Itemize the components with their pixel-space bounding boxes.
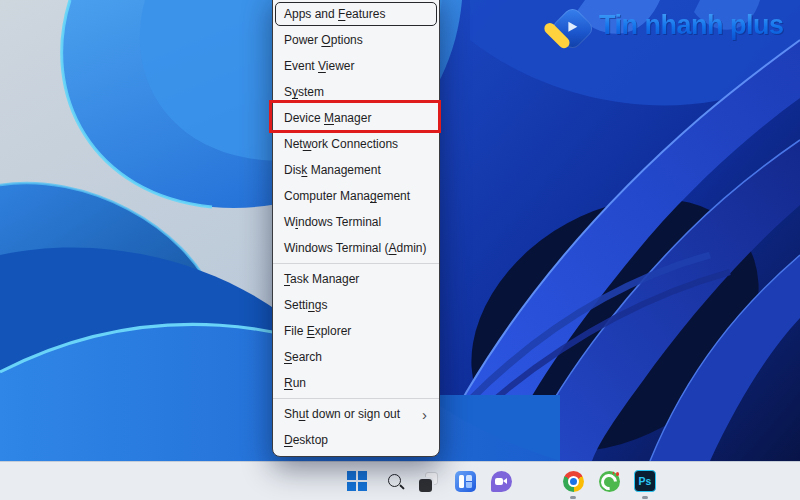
menu-item-label: Desktop bbox=[284, 433, 328, 447]
menu-separator bbox=[273, 263, 439, 264]
menu-item-label: Windows Terminal (Admin) bbox=[284, 241, 427, 255]
menu-item-device-manager[interactable]: Device Manager bbox=[273, 105, 439, 131]
chat-button[interactable] bbox=[489, 469, 513, 493]
menu-item-label: Power Options bbox=[284, 33, 363, 47]
task-view-button[interactable] bbox=[417, 469, 441, 493]
widgets-button[interactable] bbox=[453, 469, 477, 493]
menu-item-disk-management[interactable]: Disk Management bbox=[273, 157, 439, 183]
menu-item-apps-and-features[interactable]: Apps and Features bbox=[273, 1, 439, 27]
menu-item-network-connections[interactable]: Network Connections bbox=[273, 131, 439, 157]
winx-context-menu: Apps and FeaturesPower OptionsEvent View… bbox=[272, 0, 440, 457]
menu-item-label: Task Manager bbox=[284, 272, 359, 286]
screen: Tin nhanh plus Apps and FeaturesPower Op… bbox=[0, 0, 800, 500]
menu-item-label: Run bbox=[284, 376, 306, 390]
menu-item-label: Device Manager bbox=[284, 111, 371, 125]
menu-item-power-options[interactable]: Power Options bbox=[273, 27, 439, 53]
chrome-icon bbox=[563, 471, 584, 492]
menu-item-label: Apps and Features bbox=[284, 7, 385, 21]
submenu-chevron-icon: › bbox=[422, 407, 427, 422]
menu-item-label: Settings bbox=[284, 298, 327, 312]
search-icon bbox=[388, 474, 401, 487]
search-button[interactable] bbox=[381, 469, 405, 493]
menu-item-label: Disk Management bbox=[284, 163, 381, 177]
menu-item-computer-management[interactable]: Computer Management bbox=[273, 183, 439, 209]
menu-item-system[interactable]: System bbox=[273, 79, 439, 105]
menu-item-windows-terminal-admin[interactable]: Windows Terminal (Admin) bbox=[273, 235, 439, 261]
watermark-text: Tin nhanh plus bbox=[599, 10, 784, 41]
site-watermark: Tin nhanh plus bbox=[556, 6, 784, 45]
menu-item-event-viewer[interactable]: Event Viewer bbox=[273, 53, 439, 79]
photoshop-button[interactable]: Ps bbox=[633, 469, 657, 493]
start-icon bbox=[347, 471, 356, 480]
tinnhanhplus-logo-icon bbox=[549, 5, 596, 52]
menu-item-settings[interactable]: Settings bbox=[273, 292, 439, 318]
menu-item-windows-terminal[interactable]: Windows Terminal bbox=[273, 209, 439, 235]
menu-item-label: System bbox=[284, 85, 324, 99]
taskbar-icon-group: Ps bbox=[345, 462, 657, 500]
chrome-button[interactable] bbox=[561, 469, 585, 493]
ps-icon: Ps bbox=[634, 470, 656, 492]
menu-item-file-explorer[interactable]: File Explorer bbox=[273, 318, 439, 344]
coccoc-browser-button[interactable] bbox=[597, 469, 621, 493]
taskbar: Ps bbox=[0, 461, 800, 500]
chat-icon bbox=[491, 471, 512, 492]
menu-item-run[interactable]: Run bbox=[273, 370, 439, 396]
menu-item-label: Shut down or sign out bbox=[284, 407, 400, 421]
taskview-icon bbox=[425, 472, 438, 485]
menu-item-label: Network Connections bbox=[284, 137, 398, 151]
menu-separator bbox=[273, 398, 439, 399]
menu-item-search[interactable]: Search bbox=[273, 344, 439, 370]
widgets-icon bbox=[455, 471, 476, 492]
menu-item-label: Computer Management bbox=[284, 189, 410, 203]
menu-item-task-manager[interactable]: Task Manager bbox=[273, 266, 439, 292]
menu-item-shut-down-or-sign-out[interactable]: Shut down or sign out› bbox=[273, 401, 439, 427]
start-button[interactable] bbox=[345, 469, 369, 493]
menu-item-label: Event Viewer bbox=[284, 59, 355, 73]
coccoc-icon bbox=[599, 471, 620, 492]
file-explorer-button[interactable] bbox=[525, 469, 549, 493]
menu-item-label: Windows Terminal bbox=[284, 215, 381, 229]
menu-item-label: File Explorer bbox=[284, 324, 351, 338]
menu-item-desktop[interactable]: Desktop bbox=[273, 427, 439, 453]
menu-item-label: Search bbox=[284, 350, 322, 364]
